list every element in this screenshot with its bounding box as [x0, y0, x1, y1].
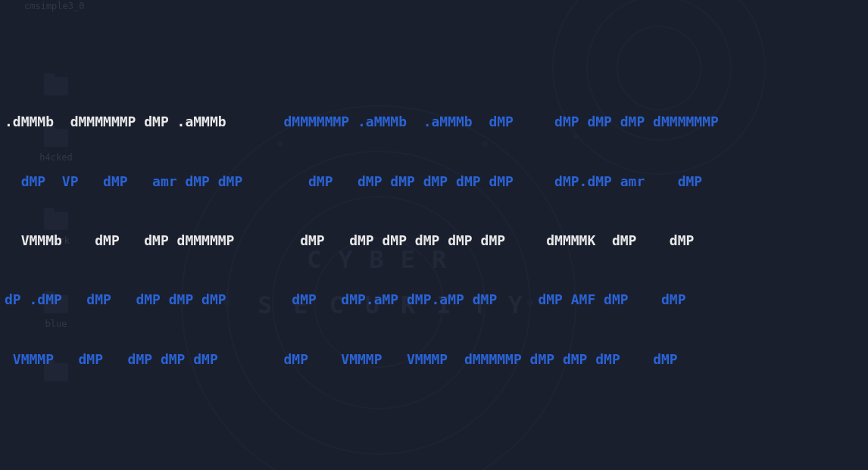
ascii-banner: .dMMMb dMMMMMMP dMP .aMMMb dMMMMMMP .aMM…	[5, 73, 863, 409]
terminal[interactable]: .dMMMb dMMMMMMP dMP .aMMMb dMMMMMMP .aMM…	[0, 0, 868, 470]
